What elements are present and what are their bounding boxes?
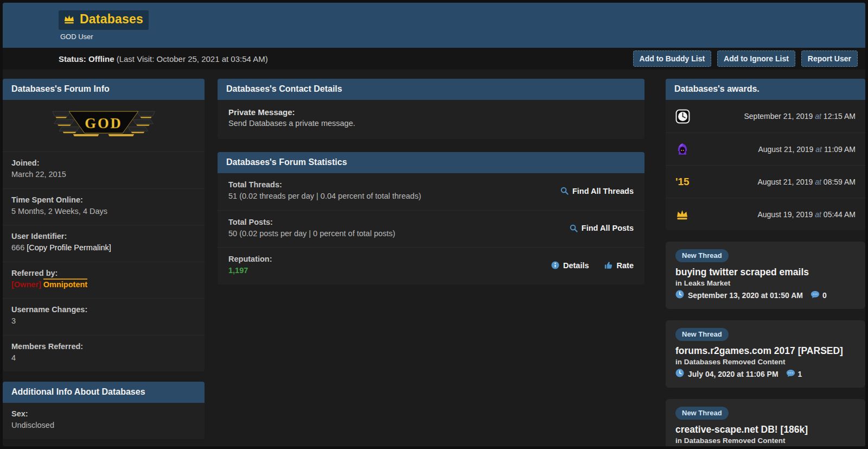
info-value: 5 Months, 2 Weeks, 4 Days: [11, 206, 196, 217]
award-date-part: August 19, 2019: [757, 210, 813, 219]
award-time-part: 12:15 AM: [824, 112, 856, 121]
contact-row-private-message: Private Message: Send Databases a privat…: [218, 100, 644, 139]
profile-page: Databases GOD User Status: Offline (Last…: [3, 3, 865, 446]
stats-row-total-threads: Total Threads: 51 (0.02 threads per day …: [218, 173, 644, 210]
info-value: 666 [Copy Profile Permalink]: [11, 243, 196, 254]
info-row-user-identifier: User Identifier: 666 [Copy Profile Perma…: [3, 225, 205, 262]
info-row-time-online: Time Spent Online: 5 Months, 2 Weeks, 4 …: [3, 188, 205, 225]
contact-details-title: Databases's Contact Details: [218, 79, 644, 100]
award-at: at: [815, 178, 821, 186]
forum-info-panel: Databases's Forum Info: [3, 79, 205, 371]
stats-label: Reputation:: [228, 255, 540, 263]
new-thread-badge: New Thread: [675, 407, 729, 420]
info-row-sex: Sex: Undisclosed: [3, 403, 205, 439]
stats-actions: Details Rate: [540, 261, 634, 270]
contact-label: Private Message:: [228, 107, 634, 117]
action-label: Details: [563, 261, 589, 270]
comment-group: 1: [786, 369, 802, 379]
info-value: [Owner] Omnipotent: [11, 280, 196, 290]
award-time-part: 05:44 AM: [824, 210, 856, 219]
copy-profile-permalink-link[interactable]: [Copy Profile Permalink]: [27, 243, 111, 252]
thread-footer: July 04, 2020 at 11:06 PM 1: [675, 369, 856, 379]
stats-row-reputation: Reputation: 1,197: [218, 247, 644, 284]
action-label: Rate: [617, 261, 634, 270]
forum-statistics-panel: Databases's Forum Statistics Total Threa…: [218, 152, 644, 284]
add-to-buddy-list-button[interactable]: Add to Buddy List: [633, 50, 712, 67]
send-private-message-link[interactable]: Send Databases a private message.: [228, 119, 634, 128]
stats-actions: Find All Posts: [559, 224, 634, 232]
report-user-button[interactable]: Report User: [801, 50, 858, 67]
contact-details-panel: Databases's Contact Details Private Mess…: [218, 79, 644, 139]
thread-forum: in Leaks Market: [675, 279, 856, 287]
award-date-part: August 21, 2019: [757, 178, 813, 186]
award-date-part: September 21, 2019: [744, 112, 813, 121]
info-value: 3: [11, 316, 196, 327]
award-time-part: 11:09 AM: [824, 145, 856, 154]
info-row-referred-by: Referred by: [Owner] Omnipotent: [3, 262, 205, 299]
thread-date: September 13, 2020 at 01:50 AM: [688, 291, 803, 300]
thread-card: New Thread buying twitter scraped emails…: [666, 242, 865, 309]
new-thread-badge: New Thread: [675, 249, 729, 262]
award-at: at: [815, 210, 821, 219]
clock-award-icon: [675, 109, 694, 124]
info-row-joined: Joined: March 22, 2015: [3, 152, 205, 188]
user-title: GOD User: [59, 33, 865, 41]
info-label: Joined:: [11, 159, 196, 167]
crown-icon: [63, 14, 75, 24]
hooded-figure-award-icon: [675, 142, 694, 156]
new-thread-badge: New Thread: [675, 328, 729, 341]
year-2015-badge: '15: [675, 176, 694, 188]
award-date: September 21, 2019 at 12:15 AM: [744, 112, 856, 121]
forum-info-title: Databases's Forum Info: [3, 79, 205, 100]
right-column: Databases's awards. Septembe: [666, 79, 865, 446]
award-at: at: [815, 112, 821, 121]
action-label: Find All Posts: [582, 224, 634, 232]
rate-user-link[interactable]: Rate: [604, 261, 634, 270]
info-label: User Identifier:: [11, 232, 196, 241]
reply-count: 1: [798, 370, 802, 378]
svg-text:GOD: GOD: [85, 115, 122, 131]
info-label: Username Changes:: [11, 305, 196, 314]
thread-title-link[interactable]: buying twitter scraped emails: [675, 267, 856, 278]
status-label: Status:: [59, 54, 86, 64]
content-grid: Databases's Forum Info: [3, 69, 865, 446]
stats-left: Total Threads: 51 (0.02 threads per day …: [228, 180, 550, 202]
add-to-ignore-list-button[interactable]: Add to Ignore List: [717, 50, 795, 67]
reputation-value: 1,197: [228, 265, 540, 276]
forum-statistics-body: Total Threads: 51 (0.02 threads per day …: [218, 173, 644, 284]
clock-icon: [675, 369, 684, 379]
additional-info-panel: Additional Info About Databases Sex: Und…: [3, 382, 205, 439]
reputation-details-link[interactable]: Details: [551, 261, 589, 270]
award-at: at: [815, 145, 822, 154]
stats-left: Total Posts: 50 (0.02 posts per day | 0 …: [228, 218, 559, 239]
contact-details-body: Private Message: Send Databases a privat…: [218, 100, 644, 139]
awards-panel: Databases's awards. Septembe: [666, 79, 865, 230]
find-all-posts-link[interactable]: Find All Posts: [570, 224, 634, 232]
info-label: Time Spent Online:: [11, 195, 196, 204]
info-icon: [551, 261, 559, 269]
info-row-username-changes: Username Changes: 3: [3, 298, 205, 335]
owner-rank-tag: [Owner]: [11, 280, 41, 289]
stats-label: Total Posts:: [228, 218, 559, 226]
status-value: Offline: [88, 54, 114, 64]
referrer-username-link[interactable]: Omnipotent: [43, 279, 87, 289]
award-time-part: 08:59 AM: [824, 178, 856, 186]
thread-forum: in Databases Removed Content: [675, 358, 856, 366]
awards-body: September 21, 2019 at 12:15 AM: [666, 100, 865, 230]
info-value: Undisclosed: [11, 420, 196, 431]
action-label: Find All Threads: [572, 187, 634, 195]
thread-title-link[interactable]: forums.r2games.com 2017 [PARSED]: [675, 345, 856, 357]
search-icon: [570, 224, 578, 232]
award-row: August 21, 2019 at 11:09 AM: [666, 132, 865, 165]
thread-title-link[interactable]: creative-scape.net DB! [186k]: [675, 424, 856, 435]
thread-date: July 04, 2020 at 11:06 PM: [688, 370, 778, 378]
stats-left: Reputation: 1,197: [228, 255, 540, 276]
status-detail: (Last Visit: October 25, 2021 at 03:54 A…: [117, 54, 268, 64]
award-row: '15 August 21, 2019 at 08:59 AM: [666, 165, 865, 198]
thread-card: New Thread forums.r2games.com 2017 [PARS…: [666, 320, 865, 388]
find-all-threads-link[interactable]: Find All Threads: [560, 187, 634, 195]
award-date: August 19, 2019 at 05:44 AM: [757, 210, 856, 219]
reply-count: 0: [822, 291, 827, 300]
additional-info-body: Sex: Undisclosed: [3, 403, 205, 439]
thread-forum: in Databases Removed Content: [675, 437, 856, 445]
